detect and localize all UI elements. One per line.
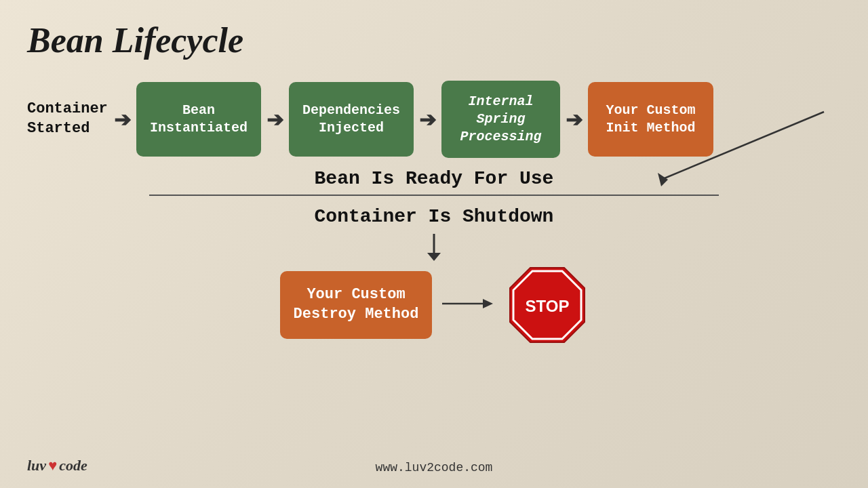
arrow-1: ➔: [114, 108, 131, 131]
arrow-right-icon: ➔: [114, 108, 131, 131]
arrow-right-icon-3: ➔: [419, 108, 436, 131]
svg-marker-3: [427, 253, 441, 261]
arrow-3: ➔: [419, 108, 436, 131]
slide: Bean Lifecycle ContainerStarted ➔ BeanIn…: [0, 0, 868, 488]
custom-destroy-method-box: Your CustomDestroy Method: [280, 271, 433, 339]
luv-text: luv: [27, 457, 46, 474]
footer-website: www.luv2code.com: [376, 461, 493, 474]
arrow-right-icon-2: ➔: [267, 108, 283, 131]
middle-section: Bean Is Ready For Use Container Is Shutd…: [27, 168, 841, 227]
bean-instantiated-label: BeanInstantiated: [150, 102, 248, 137]
container-started-label: ContainerStarted: [27, 100, 108, 138]
stop-sign: STOP: [507, 264, 588, 346]
bean-instantiated-box: BeanInstantiated: [136, 82, 261, 157]
custom-destroy-method-label: Your CustomDestroy Method: [294, 285, 419, 324]
stop-text: STOP: [526, 297, 570, 315]
arrow-right-icon-4: ➔: [566, 108, 583, 131]
luv2code-logo: luv ♥ code: [27, 457, 87, 474]
footer-logo: luv ♥ code: [27, 457, 87, 474]
svg-marker-5: [483, 299, 493, 308]
internal-spring-processing-box: InternalSpringProcessing: [441, 81, 560, 158]
bean-ready-label: Bean Is Ready For Use: [27, 168, 841, 189]
dependencies-injected-box: DependenciesInjected: [289, 82, 414, 157]
bottom-row: Your CustomDestroy Method STOP: [27, 264, 841, 346]
arrow-2: ➔: [267, 108, 283, 131]
page-title: Bean Lifecycle: [27, 20, 841, 60]
divider: [149, 195, 719, 196]
arrow-4: ➔: [566, 108, 583, 131]
internal-spring-processing-label: InternalSpringProcessing: [460, 93, 542, 146]
arrow-down-container: [27, 234, 841, 261]
container-shutdown-label: Container Is Shutdown: [27, 206, 841, 227]
dependencies-injected-label: DependenciesInjected: [302, 102, 400, 137]
code-text: code: [59, 457, 87, 474]
heart-icon: ♥: [48, 457, 57, 474]
down-arrow-icon: [424, 234, 444, 261]
arrow-to-stop: [442, 293, 496, 317]
